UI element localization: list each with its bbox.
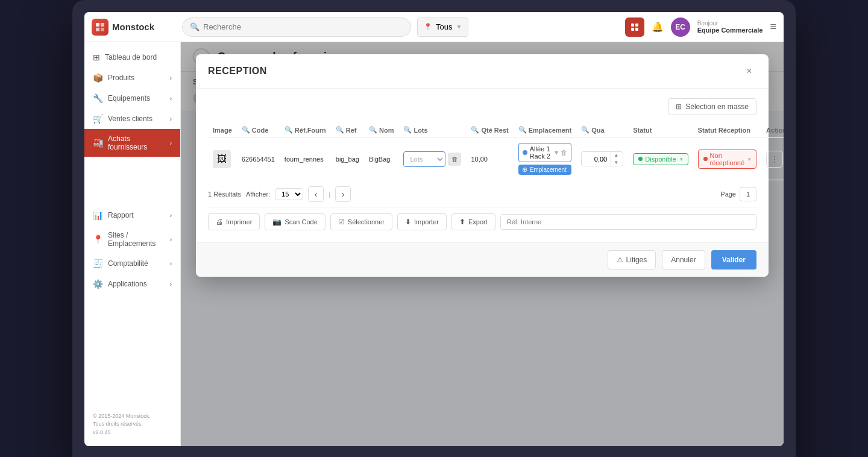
- cell-nom: BigBag: [364, 138, 398, 180]
- search-input[interactable]: [203, 22, 403, 31]
- importer-button[interactable]: ⬇ Importer: [397, 213, 447, 230]
- col-qua: 🔍Qua: [576, 122, 628, 138]
- product-image: 🖼: [213, 150, 231, 168]
- location-icon: 📍: [424, 23, 432, 31]
- sidebar-item-achats-fournisseurs[interactable]: 🏭 Achats fournisseurs ›: [84, 129, 180, 157]
- chevron-right-icon: ›: [170, 116, 172, 122]
- import-icon: ⬇: [405, 218, 411, 226]
- nom-value: BigBag: [369, 156, 390, 163]
- report-icon: 📊: [93, 210, 103, 220]
- search-icon[interactable]: 🔍: [581, 126, 590, 134]
- chevron-right-icon: ›: [170, 212, 172, 219]
- sidebar-item-rapport[interactable]: 📊 Rapport ›: [84, 205, 180, 225]
- cell-emplacement: Allée 1 Rack 2 ▾ 🗑 ⊕ Emplacement: [514, 138, 577, 180]
- sidebar-item-sites-emplacements[interactable]: 📍 Sites / Emplacements ›: [84, 225, 180, 253]
- search-icon[interactable]: 🔍: [369, 126, 377, 134]
- sidebar-item-produits[interactable]: 📦 Produits ›: [84, 68, 180, 88]
- statut-value: Disponible: [645, 156, 676, 163]
- content-area: ← Commandes fournisseurs Statut 1 Brouil…: [181, 42, 784, 446]
- export-icon: ⬆: [459, 218, 465, 226]
- close-button[interactable]: ×: [742, 64, 756, 78]
- chevron-right-icon: ›: [170, 281, 172, 288]
- cell-ref-fourn: fourn_rennes: [280, 138, 331, 180]
- statut-reception-badge[interactable]: Non réceptionné ▾: [698, 150, 757, 169]
- sidebar-item-ventes-clients[interactable]: 🛒 Ventes clients ›: [84, 109, 180, 129]
- emp-trash-icon[interactable]: 🗑: [561, 149, 567, 156]
- modal-table: Image 🔍Code 🔍Réf.Fourn 🔍Ref 🔍Nom 🔍Lots 🔍…: [208, 122, 784, 180]
- grid-select-icon: ⊞: [676, 102, 682, 111]
- statut-reception-value: Non réceptionné: [710, 152, 745, 166]
- action-menu-button[interactable]: ⋮: [766, 151, 783, 168]
- emp-delete-icon[interactable]: ▾: [555, 148, 558, 157]
- selectionner-button[interactable]: ☑ Sélectionner: [330, 213, 392, 230]
- sidebar-item-label: Produits: [108, 74, 134, 82]
- search-icon[interactable]: 🔍: [336, 126, 344, 134]
- sidebar-item-label: Comptabilité: [108, 259, 148, 268]
- user-name: Equipe Commerciale: [697, 27, 763, 34]
- lots-delete-button[interactable]: 🗑: [448, 153, 461, 166]
- sidebar-item-equipements[interactable]: 🔧 Equipements ›: [84, 88, 180, 109]
- sites-icon: 📍: [93, 235, 103, 244]
- sales-icon: 🛒: [93, 114, 103, 124]
- next-page-button[interactable]: ›: [335, 186, 351, 202]
- screen: Monstock 🔍 📍 Tous ▼ 🔔 EC Bonjour Equipe: [84, 12, 784, 446]
- products-icon: 📦: [93, 73, 103, 83]
- afficher-select[interactable]: 15 25 50: [275, 188, 303, 200]
- emp-tag[interactable]: ⊕ Emplacement: [518, 165, 572, 175]
- select-icon: ☑: [338, 218, 345, 226]
- mass-select-button[interactable]: ⊞ Sélection en masse: [668, 98, 756, 115]
- search-icon[interactable]: 🔍: [242, 126, 250, 134]
- modal-overlay: RECEPTION × ⊞ Sélection en masse: [181, 42, 784, 446]
- sidebar-item-applications[interactable]: ⚙️ Applications ›: [84, 274, 180, 294]
- qty-arrows: ▲ ▼: [611, 152, 621, 166]
- qty-input-wrap[interactable]: ▲ ▼: [581, 151, 623, 166]
- filter-dropdown[interactable]: 📍 Tous ▼: [417, 17, 468, 37]
- col-image: Image: [208, 122, 237, 138]
- modal-toolbar: ⊞ Sélection en masse: [208, 98, 756, 115]
- sidebar-item-comptabilite[interactable]: 🧾 Comptabilité ›: [84, 253, 180, 274]
- ref-interne-input[interactable]: [500, 214, 756, 230]
- grid-icon-btn[interactable]: [625, 17, 644, 37]
- search-icon[interactable]: 🔍: [285, 126, 293, 134]
- valider-label: Valider: [722, 256, 746, 264]
- search-icon[interactable]: 🔍: [471, 126, 479, 134]
- emplacement-select[interactable]: Allée 1 Rack 2 ▾ 🗑: [518, 143, 572, 162]
- prev-page-button[interactable]: ‹: [308, 186, 324, 202]
- col-ref-fourn: 🔍Réf.Fourn: [280, 122, 331, 138]
- search-icon[interactable]: 🔍: [403, 126, 412, 134]
- col-code: 🔍Code: [237, 122, 280, 138]
- col-nom: 🔍Nom: [364, 122, 398, 138]
- cell-qte-rest: 10,00: [466, 138, 513, 180]
- avatar: EC: [671, 17, 690, 37]
- status-dot-green: [638, 157, 643, 161]
- litiges-button[interactable]: ⚠ Litiges: [608, 250, 656, 269]
- hamburger-icon[interactable]: ≡: [770, 20, 776, 33]
- imprimer-button[interactable]: 🖨 Imprimer: [208, 213, 260, 230]
- scan-icon: 📷: [272, 218, 281, 226]
- apps-icon: ⚙️: [93, 279, 103, 289]
- qty-down-arrow[interactable]: ▼: [611, 159, 621, 166]
- valider-button[interactable]: Valider: [711, 250, 756, 269]
- sidebar-item-tableau-de-bord[interactable]: ⊞ Tableau de bord: [84, 47, 180, 68]
- chevron-down-icon: ▾: [680, 156, 683, 162]
- litiges-label: Litiges: [626, 256, 647, 264]
- bell-icon[interactable]: 🔔: [652, 21, 664, 33]
- statut-badge[interactable]: Disponible ▾: [633, 153, 688, 165]
- mass-select-label: Sélection en masse: [685, 102, 749, 111]
- sidebar: ⊞ Tableau de bord 📦 Produits › 🔧 Equipem…: [84, 42, 181, 446]
- lots-select[interactable]: Lots: [403, 151, 445, 167]
- page-number[interactable]: 1: [740, 187, 756, 201]
- annuler-button[interactable]: Annuler: [662, 250, 705, 269]
- table-header-row: Image 🔍Code 🔍Réf.Fourn 🔍Ref 🔍Nom 🔍Lots 🔍…: [208, 122, 784, 138]
- chevron-down-icon: ▾: [748, 156, 751, 162]
- scan-code-button[interactable]: 📷 Scan Code: [265, 213, 325, 230]
- search-icon[interactable]: 🔍: [518, 126, 527, 134]
- col-qte-rest: 🔍Qté Rest: [466, 122, 513, 138]
- printer-icon: 🖨: [216, 218, 223, 226]
- qty-up-arrow[interactable]: ▲: [611, 152, 621, 159]
- cell-statut: Disponible ▾: [628, 138, 693, 180]
- export-button[interactable]: ⬆ Export: [451, 213, 495, 230]
- svg-rect-7: [635, 28, 638, 31]
- qty-input[interactable]: [582, 153, 611, 165]
- search-bar[interactable]: 🔍: [182, 17, 411, 37]
